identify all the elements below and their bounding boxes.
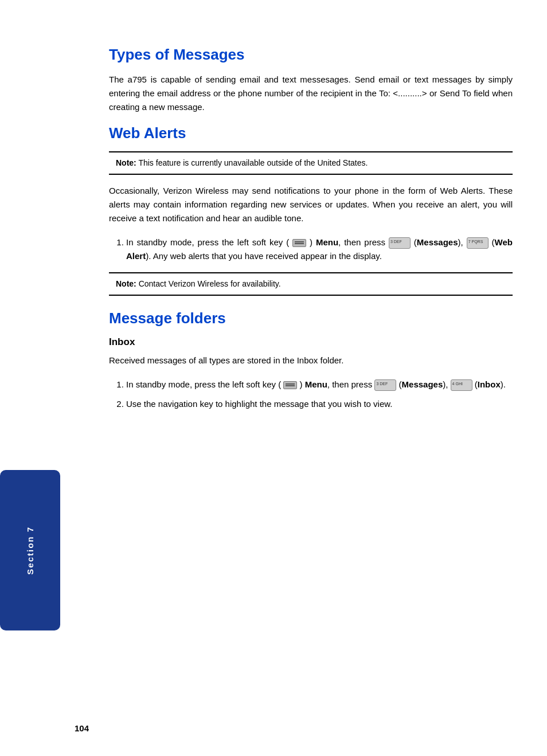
sub-heading-inbox: Inbox: [109, 336, 513, 348]
menu-icon-2: [283, 381, 297, 389]
menu-label-2: Menu: [305, 379, 327, 389]
note-label-bottom: Note:: [116, 279, 136, 288]
messages-label-2: Messages: [402, 379, 443, 389]
sidebar-tab: Section 7: [0, 470, 60, 630]
note-text-bottom: Contact Verizon Wireless for availabilit…: [139, 279, 281, 288]
note-box-web-alerts-top: Note: This feature is currently unavaila…: [109, 151, 513, 175]
key-3def-inbox-sup: 3 DEF: [376, 381, 388, 387]
key-7pqrs-sup: 7 PQRS: [468, 238, 483, 245]
inbox-paragraph: Received messages of all types are store…: [109, 354, 513, 367]
inbox-step-2: Use the navigation key to highlight the …: [126, 397, 513, 411]
web-alerts-steps: In standby mode, press the left soft key…: [126, 236, 513, 263]
key-3def: 3 DEF: [389, 237, 411, 249]
types-of-messages-paragraph: The a795 is capable of sending email and…: [109, 73, 513, 114]
note-text-top: This feature is currently unavailable ou…: [138, 158, 368, 167]
messages-label-1: Messages: [417, 237, 458, 247]
key-3def-sup: 3 DEF: [390, 238, 402, 245]
note-label-top: Note:: [116, 158, 136, 167]
key-3def-inbox: 3 DEF: [374, 379, 396, 391]
key-7pqrs: 7 PQRS: [467, 237, 489, 249]
key-4ghi: 4 GHI: [451, 379, 472, 391]
heading-types-of-messages: Types of Messages: [109, 46, 513, 64]
heading-message-folders: Message folders: [109, 310, 513, 327]
inbox-step-1: In standby mode, press the left soft key…: [126, 378, 513, 391]
menu-icon-1: [292, 239, 306, 247]
key-4ghi-sup: 4 GHI: [452, 381, 463, 387]
note-box-web-alerts-bottom: Note: Contact Verizon Wireless for avail…: [109, 272, 513, 296]
page-number: 104: [75, 723, 89, 733]
main-content: Types of Messages The a795 is capable of…: [75, 0, 547, 756]
web-alerts-paragraph: Occasionally, Verizon Wireless may send …: [109, 184, 513, 225]
page-wrapper: Section 7 Types of Messages The a795 is …: [0, 0, 547, 756]
heading-web-alerts: Web Alerts: [109, 124, 513, 142]
inbox-steps: In standby mode, press the left soft key…: [126, 378, 513, 411]
menu-label-1: Menu: [316, 237, 338, 247]
sidebar-label: Section 7: [25, 526, 35, 575]
inbox-label: Inbox: [478, 379, 501, 389]
web-alerts-step-1: In standby mode, press the left soft key…: [126, 236, 513, 263]
